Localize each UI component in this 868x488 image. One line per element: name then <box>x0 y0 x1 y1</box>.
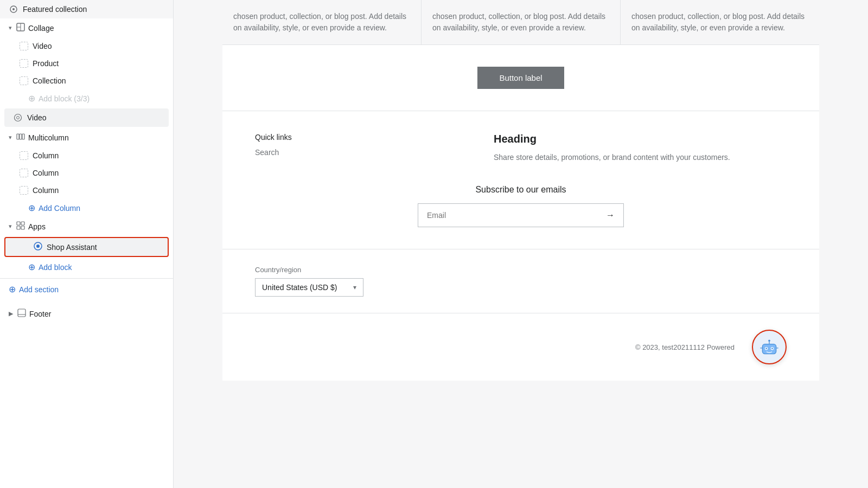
add-section-link[interactable]: ⊕ Add section <box>0 278 173 300</box>
footer-col-left: Quick links Search <box>255 133 292 163</box>
card-1: chosen product, collection, or blog post… <box>222 0 422 44</box>
featured-collection-label: Featured collection <box>23 5 87 14</box>
email-input[interactable] <box>418 204 597 226</box>
svg-point-15 <box>36 245 40 248</box>
button-label-button[interactable]: Button label <box>477 67 564 89</box>
add-column-label: Add Column <box>39 204 80 213</box>
svg-rect-9 <box>22 134 24 139</box>
svg-rect-11 <box>21 222 24 225</box>
sidebar-item-collage[interactable]: ▾ Collage <box>0 18 173 37</box>
column3-icon <box>20 186 28 195</box>
sidebar-item-product-block[interactable]: Product <box>0 55 173 72</box>
main-content-area: chosen product, collection, or blog post… <box>174 0 868 488</box>
country-label: Country/region <box>255 266 787 274</box>
subscribe-title: Subscribe to our emails <box>475 185 566 195</box>
copyright-text: © 2023, test20211112 Powered <box>635 343 735 351</box>
sidebar-item-multicolumn[interactable]: ▾ Multicolumn <box>0 128 173 147</box>
sidebar-item-video-section[interactable]: Video <box>4 108 169 127</box>
svg-point-5 <box>15 114 22 121</box>
svg-rect-7 <box>17 134 19 139</box>
svg-point-25 <box>768 340 770 342</box>
svg-point-22 <box>765 348 767 349</box>
apps-label: Apps <box>28 222 46 231</box>
sidebar-item-column2[interactable]: Column <box>0 164 173 182</box>
collage-icon <box>16 23 25 33</box>
video-section-icon <box>13 113 23 123</box>
card-3-text: chosen product, collection, or blog post… <box>631 11 808 34</box>
svg-point-1 <box>12 8 15 10</box>
video-block-icon <box>20 42 28 50</box>
search-link[interactable]: Search <box>255 148 292 157</box>
sidebar-item-footer[interactable]: ▶ Footer <box>0 304 173 323</box>
sidebar-item-column3[interactable]: Column <box>0 182 173 199</box>
country-select[interactable]: United States (USD $) ▾ <box>255 278 363 297</box>
footer-chevron: ▶ <box>9 310 13 317</box>
card-2: chosen product, collection, or blog post… <box>422 0 621 44</box>
svg-rect-12 <box>17 226 20 229</box>
product-block-label: Product <box>33 59 59 68</box>
column1-icon <box>20 151 28 160</box>
svg-rect-10 <box>17 222 20 225</box>
column1-label: Column <box>33 151 59 160</box>
multicolumn-chevron: ▾ <box>9 134 12 141</box>
card-3: chosen product, collection, or blog post… <box>621 0 819 44</box>
add-section-icon: ⊕ <box>9 284 16 294</box>
footer-icon <box>17 309 26 319</box>
add-block-33-label: Add block (3/3) <box>39 94 90 103</box>
add-column-link[interactable]: ⊕ Add Column <box>0 199 173 217</box>
sidebar-item-apps[interactable]: ▾ Apps <box>0 217 173 236</box>
featured-collection-icon <box>9 4 18 14</box>
collection-block-label: Collection <box>33 76 66 85</box>
add-block-33-link[interactable]: ⊕ Add block (3/3) <box>0 89 173 107</box>
svg-rect-16 <box>18 309 25 317</box>
svg-rect-8 <box>20 134 22 139</box>
footer-grid: Quick links Search Heading Share store d… <box>255 133 787 163</box>
quick-links-label: Quick links <box>255 133 292 142</box>
svg-point-23 <box>771 348 773 349</box>
multicolumn-label: Multicolumn <box>28 133 69 142</box>
add-block-33-icon: ⊕ <box>28 93 35 104</box>
collage-chevron: ▾ <box>9 24 12 31</box>
button-label-row: Button label <box>222 45 819 111</box>
sidebar: Featured collection ▾ Collage Video Prod… <box>0 0 174 488</box>
apps-icon <box>16 221 25 232</box>
card-1-text: chosen product, collection, or blog post… <box>233 11 410 34</box>
column2-label: Column <box>33 169 59 177</box>
product-block-icon <box>20 59 28 68</box>
sidebar-item-collection-block[interactable]: Collection <box>0 72 173 89</box>
collection-block-icon <box>20 76 28 85</box>
sidebar-item-featured-collection[interactable]: Featured collection <box>0 0 173 18</box>
footer-col-right: Heading Share store details, promotions,… <box>461 133 787 163</box>
svg-point-6 <box>17 117 20 119</box>
subscribe-section: Subscribe to our emails → <box>255 185 787 227</box>
sidebar-item-column1[interactable]: Column <box>0 147 173 164</box>
footer-section: Quick links Search Heading Share store d… <box>222 111 819 249</box>
shop-assistant-label: Shop Assistant <box>47 243 97 252</box>
heading-desc: Share store details, promotions, or bran… <box>494 152 787 163</box>
heading-label: Heading <box>494 133 787 145</box>
bot-icon-button[interactable] <box>752 330 787 364</box>
sidebar-item-video-block[interactable]: Video <box>0 37 173 55</box>
cards-row: chosen product, collection, or blog post… <box>222 0 819 45</box>
video-section-label: Video <box>27 113 47 122</box>
email-input-row: → <box>418 203 624 227</box>
copyright-row: © 2023, test20211112 Powered <box>222 313 819 381</box>
apps-chevron: ▾ <box>9 223 12 230</box>
shop-assistant-icon <box>34 242 42 252</box>
multicolumn-icon <box>16 132 25 143</box>
country-value: United States (USD $) <box>262 283 353 292</box>
bot-svg-icon <box>760 337 779 357</box>
country-section: Country/region United States (USD $) ▾ <box>222 249 819 313</box>
country-chevron-icon: ▾ <box>353 284 356 291</box>
svg-rect-13 <box>21 226 24 229</box>
sidebar-item-shop-assistant[interactable]: Shop Assistant <box>4 237 169 257</box>
add-column-icon: ⊕ <box>28 203 35 213</box>
card-2-text: chosen product, collection, or blog post… <box>432 11 609 34</box>
column2-icon <box>20 169 28 177</box>
add-section-label: Add section <box>19 285 59 294</box>
email-submit-arrow[interactable]: → <box>597 204 623 227</box>
column3-label: Column <box>33 186 59 195</box>
add-block-link[interactable]: ⊕ Add block <box>0 258 173 276</box>
add-block-icon: ⊕ <box>28 262 35 272</box>
collage-label: Collage <box>28 24 54 33</box>
